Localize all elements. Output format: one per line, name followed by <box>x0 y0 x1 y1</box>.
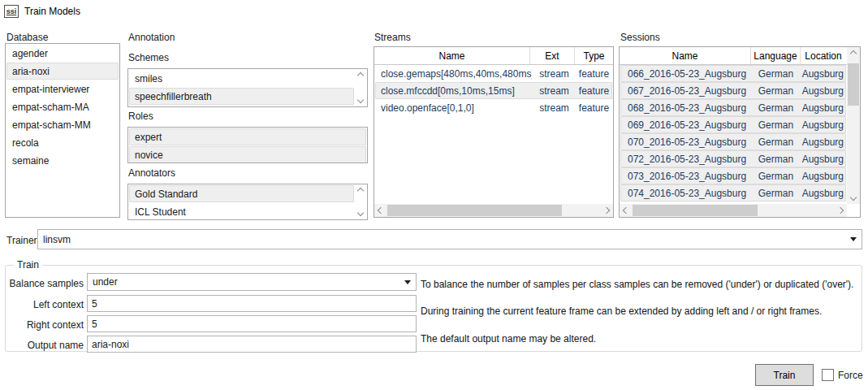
scroll-track[interactable] <box>387 204 600 217</box>
chevron-up-icon[interactable] <box>356 188 363 194</box>
database-list-item[interactable]: recola <box>6 134 119 151</box>
sessions-header: Name Language Location <box>620 47 847 65</box>
schemes-scrollbar[interactable] <box>354 70 366 106</box>
sessions-label: Sessions <box>620 32 660 43</box>
scroll-thumb[interactable] <box>848 63 859 106</box>
session-location: Augsburg <box>801 154 845 165</box>
session-row[interactable]: 070_2016-05-23_Augsburg German Augsburg <box>620 133 846 150</box>
force-checkbox[interactable] <box>822 369 834 381</box>
session-name: 069_2016-05-23_Augsburg <box>621 119 751 131</box>
scroll-track[interactable] <box>847 60 860 191</box>
list-item[interactable]: ICL Student <box>129 203 354 220</box>
left-context-input[interactable] <box>87 295 417 312</box>
session-name: 074_2016-05-23_Augsburg <box>621 188 751 199</box>
session-language: German <box>751 171 800 182</box>
trainer-combobox[interactable]: linsvm <box>37 229 862 249</box>
session-name: 067_2016-05-23_Augsburg <box>621 85 751 97</box>
session-language: German <box>751 136 800 148</box>
database-list-item[interactable]: empat-scham-MM <box>6 116 119 133</box>
context-description: During training the current feature fram… <box>421 306 822 317</box>
stream-row[interactable]: video.openface[0,1,0] stream feature <box>375 99 612 116</box>
session-row[interactable]: 069_2016-05-23_Augsburg German Augsburg <box>620 116 846 133</box>
stream-name: close.mfccdd[0ms,10ms,15ms] <box>376 85 532 97</box>
sessions-vscrollbar[interactable] <box>847 47 860 204</box>
right-context-label: Right context <box>8 319 84 331</box>
scroll-track[interactable] <box>633 204 834 217</box>
scroll-right-arrow[interactable] <box>600 204 613 217</box>
streams-label: Streams <box>374 32 411 43</box>
session-row[interactable]: 067_2016-05-23_Augsburg German Augsburg <box>620 82 846 99</box>
list-item[interactable]: expert <box>129 128 366 145</box>
session-row[interactable]: 073_2016-05-23_Augsburg German Augsburg <box>620 167 846 184</box>
streams-col-ext[interactable]: Ext <box>530 47 575 64</box>
sessions-col-name[interactable]: Name <box>620 47 751 64</box>
ssi-app-icon: ssi <box>4 5 19 18</box>
session-name: 066_2016-05-23_Augsburg <box>621 68 751 80</box>
scroll-left-arrow[interactable] <box>374 204 387 217</box>
chevron-down-icon[interactable] <box>356 210 363 216</box>
list-item[interactable]: Gold Standard <box>129 185 354 202</box>
session-language: German <box>751 119 800 131</box>
output-name-input[interactable] <box>87 336 417 353</box>
database-list-item[interactable]: empat-scham-MA <box>6 98 119 115</box>
stream-ext: stream <box>532 85 577 97</box>
scroll-thumb[interactable] <box>387 205 562 216</box>
session-location: Augsburg <box>801 85 845 97</box>
session-name: 072_2016-05-23_Augsburg <box>621 154 751 165</box>
schemes-label: Schemes <box>128 52 169 63</box>
chevron-up-icon[interactable] <box>356 72 363 79</box>
stream-type: feature <box>577 68 611 80</box>
session-row[interactable]: 066_2016-05-23_Augsburg German Augsburg <box>620 65 846 82</box>
database-list-item[interactable]: agender <box>6 45 119 62</box>
session-language: German <box>751 188 800 199</box>
annotation-label: Annotation <box>128 32 175 43</box>
session-location: Augsburg <box>801 68 845 80</box>
trainer-label: Trainer <box>6 235 37 246</box>
train-button[interactable]: Train <box>755 364 814 386</box>
session-row[interactable]: 072_2016-05-23_Augsburg German Augsburg <box>620 150 846 167</box>
database-list-item[interactable]: aria-noxi <box>6 63 119 80</box>
chevron-down-icon[interactable] <box>850 237 857 241</box>
session-location: Augsburg <box>801 171 845 182</box>
session-language: German <box>751 154 800 165</box>
database-listbox: agenderaria-noxiempat-interviewerempat-s… <box>5 43 120 218</box>
sessions-col-language[interactable]: Language <box>751 47 801 64</box>
streams-hscrollbar[interactable] <box>374 204 613 217</box>
stream-row[interactable]: close.mfccdd[0ms,10ms,15ms] stream featu… <box>375 82 612 99</box>
sessions-hscrollbar[interactable] <box>620 204 847 217</box>
scroll-left-arrow[interactable] <box>620 204 633 217</box>
balance-samples-combobox[interactable]: under <box>87 273 417 291</box>
sessions-col-location[interactable]: Location <box>801 47 846 64</box>
balance-samples-label: Balance samples <box>8 278 84 289</box>
window-titlebar: ssi Train Models <box>4 4 80 19</box>
database-list-item[interactable]: semaine <box>6 152 119 169</box>
output-name-label: Output name <box>8 340 84 351</box>
output-description: The default output name may be altered. <box>421 333 596 344</box>
streams-col-type[interactable]: Type <box>575 47 613 64</box>
stream-row[interactable]: close.gemaps[480ms,40ms,480ms] stream fe… <box>375 65 612 82</box>
stream-name: close.gemaps[480ms,40ms,480ms] <box>376 68 532 80</box>
scroll-thumb[interactable] <box>633 205 758 216</box>
session-name: 070_2016-05-23_Augsburg <box>621 136 751 148</box>
right-context-input[interactable] <box>87 315 417 332</box>
streams-header: Name Ext Type <box>374 47 613 65</box>
annotators-scrollbar[interactable] <box>354 185 366 219</box>
trainer-value: linsvm <box>43 234 845 245</box>
list-item[interactable]: smiles <box>129 70 354 87</box>
session-language: German <box>751 102 800 114</box>
window-title: Train Models <box>24 6 80 17</box>
scroll-right-arrow[interactable] <box>834 204 847 217</box>
session-row[interactable]: 068_2016-05-23_Augsburg German Augsburg <box>620 99 846 116</box>
session-location: Augsburg <box>801 188 845 199</box>
list-item[interactable]: speechfillerbreath <box>129 88 354 105</box>
session-row[interactable]: 074_2016-05-23_Augsburg German Augsburg <box>620 184 846 202</box>
scroll-up-arrow[interactable] <box>847 47 860 60</box>
database-list-item[interactable]: empat-interviewer <box>6 80 119 98</box>
list-item[interactable]: novice <box>129 146 366 163</box>
annotators-listbox: Gold StandardICL Student <box>127 184 368 220</box>
chevron-down-icon[interactable] <box>356 97 363 103</box>
chevron-down-icon[interactable] <box>404 280 411 284</box>
roles-label: Roles <box>128 110 153 122</box>
streams-col-name[interactable]: Name <box>374 47 530 64</box>
scroll-down-arrow[interactable] <box>847 191 860 204</box>
